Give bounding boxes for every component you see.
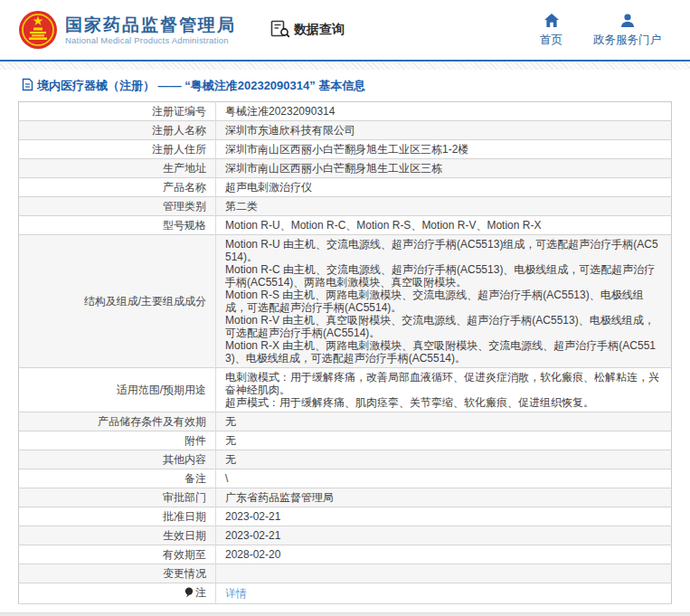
row-value: Motion R-U 由主机、交流电源线、超声治疗手柄(AC5513)组成，可选… xyxy=(216,235,672,368)
registration-info-table: 注册证编号粤械注准20232090314注册人名称深圳市东迪欣科技有限公司注册人… xyxy=(18,101,672,604)
row-value: 详情 xyxy=(216,583,672,604)
row-value: Motion R-U、Motion R-C、Motion R-S、Motion … xyxy=(216,216,672,235)
row-value: 广东省药品监督管理局 xyxy=(216,488,672,507)
row-label: 生产地址 xyxy=(19,159,216,178)
hatch-strip xyxy=(0,62,690,70)
row-label: 变更情况 xyxy=(19,564,216,583)
row-value: 无 xyxy=(216,412,672,431)
row-value: 深圳市南山区西丽小白芒翻身旭生工业区三栋 xyxy=(216,159,672,178)
table-row: 其他内容无 xyxy=(19,450,672,469)
breadcrumb-text: 境内医疗器械（注册） —— “粤械注准20232090314” 基本信息 xyxy=(37,78,365,94)
row-value: 粤械注准20232090314 xyxy=(216,102,672,121)
row-value: 无 xyxy=(216,431,672,450)
brand-text: 国家药品监督管理局 National Medical Products Admi… xyxy=(65,15,236,45)
row-value: 无 xyxy=(216,450,672,469)
table-row: 有效期至2028-02-20 xyxy=(19,545,672,564)
row-value: 深圳市东迪欣科技有限公司 xyxy=(216,121,672,140)
table-row: 型号规格Motion R-U、Motion R-C、Motion R-S、Mot… xyxy=(19,216,672,235)
document-search-icon xyxy=(270,20,290,41)
row-label: 其他内容 xyxy=(19,450,216,469)
row-label: 注册人住所 xyxy=(19,140,216,159)
table-row: 产品储存条件及有效期无 xyxy=(19,412,672,431)
table-row: 注册人住所深圳市南山区西丽小白芒翻身旭生工业区三栋1-2楼 xyxy=(19,140,672,159)
page: 国家药品监督管理局 National Medical Products Admi… xyxy=(0,0,690,616)
brand-subtitle: National Medical Products Administration xyxy=(65,35,236,45)
row-label: 附件 xyxy=(19,431,216,450)
table-row: 生产地址深圳市南山区西丽小白芒翻身旭生工业区三栋 xyxy=(19,159,672,178)
row-label: 产品名称 xyxy=(19,178,216,197)
table-row: 适用范围/预期用途电刺激模式：用于缓解疼痛，改善局部血液循环、促进炎症消散，软化… xyxy=(19,368,672,412)
table-row: 批准日期2023-02-21 xyxy=(19,507,672,526)
table-row: 管理类别第二类 xyxy=(19,197,672,216)
row-label: 批准日期 xyxy=(19,507,216,526)
row-value: 电刺激模式：用于缓解疼痛，改善局部血液循环、促进炎症消散，软化瘢痕、松解粘连，兴… xyxy=(216,368,672,412)
row-label: 管理类别 xyxy=(19,197,216,216)
footer-strip xyxy=(0,612,690,616)
row-label: 注册证编号 xyxy=(19,102,216,121)
data-query-label: 数据查询 xyxy=(294,22,345,38)
row-label: 产品储存条件及有效期 xyxy=(19,412,216,431)
row-label: 有效期至 xyxy=(19,545,216,564)
table-row: 审批部门广东省药品监督管理局 xyxy=(19,488,672,507)
detail-link[interactable]: 详情 xyxy=(225,587,247,600)
table-row: 变更情况 xyxy=(19,564,672,583)
table-wrap: 注册证编号粤械注准20232090314注册人名称深圳市东迪欣科技有限公司注册人… xyxy=(0,101,690,604)
row-label: 注册人名称 xyxy=(19,121,216,140)
main-content: 境内医疗器械（注册） —— “粤械注准20232090314” 基本信息 注册证… xyxy=(0,70,690,604)
brand: 国家药品监督管理局 National Medical Products Admi… xyxy=(18,10,236,50)
user-icon xyxy=(619,13,636,31)
balloon-icon xyxy=(184,587,194,601)
nav-gov-portal[interactable]: 政务服务门户 xyxy=(593,13,661,48)
table-row: 生效日期2023-02-21 xyxy=(19,526,672,545)
table-row: 注册人名称深圳市东迪欣科技有限公司 xyxy=(19,121,672,140)
row-value: 深圳市南山区西丽小白芒翻身旭生工业区三栋1-2楼 xyxy=(216,140,672,159)
table-row: 产品名称超声电刺激治疗仪 xyxy=(19,178,672,197)
row-value: 2023-02-21 xyxy=(216,526,672,545)
table-row: 结构及组成/主要组成成分Motion R-U 由主机、交流电源线、超声治疗手柄(… xyxy=(19,235,672,368)
home-icon xyxy=(543,13,560,31)
row-label: 生效日期 xyxy=(19,526,216,545)
row-label: 备注 xyxy=(19,469,216,488)
row-label: 结构及组成/主要组成成分 xyxy=(19,235,216,368)
row-value: 2028-02-20 xyxy=(216,545,672,564)
row-label: 审批部门 xyxy=(19,488,216,507)
top-nav: 首页 政务服务门户 xyxy=(540,13,674,48)
document-icon xyxy=(22,78,33,94)
national-emblem-logo xyxy=(18,10,58,50)
row-label: 注 xyxy=(19,583,216,604)
row-label: 适用范围/预期用途 xyxy=(19,368,216,412)
site-header: 国家药品监督管理局 National Medical Products Admi… xyxy=(0,0,690,60)
row-value: 2023-02-21 xyxy=(216,507,672,526)
table-row: 注详情 xyxy=(19,583,672,604)
nav-gov-portal-label: 政务服务门户 xyxy=(593,33,661,48)
row-value: \ xyxy=(216,469,672,488)
row-value: 超声电刺激治疗仪 xyxy=(216,178,672,197)
brand-title: 国家药品监督管理局 xyxy=(65,15,236,35)
table-row: 注册证编号粤械注准20232090314 xyxy=(19,102,672,121)
row-label: 型号规格 xyxy=(19,216,216,235)
row-value xyxy=(216,564,672,583)
row-value: 第二类 xyxy=(216,197,672,216)
table-row: 附件无 xyxy=(19,431,672,450)
breadcrumb: 境内医疗器械（注册） —— “粤械注准20232090314” 基本信息 xyxy=(0,70,690,101)
nav-home[interactable]: 首页 xyxy=(540,13,562,48)
table-row: 备注\ xyxy=(19,469,672,488)
nav-home-label: 首页 xyxy=(540,33,562,48)
data-query-button[interactable]: 数据查询 xyxy=(270,20,345,41)
